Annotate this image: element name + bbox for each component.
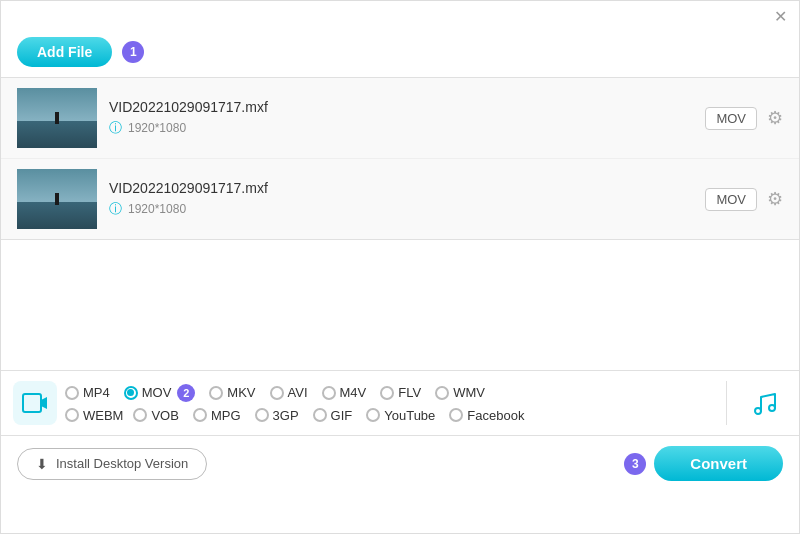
download-icon: ⬇ [36,456,48,472]
format-badge[interactable]: MOV [705,188,757,211]
settings-icon[interactable]: ⚙ [767,107,783,129]
file-actions: MOV ⚙ [705,188,783,211]
svg-point-2 [755,408,761,414]
thumbnail [17,169,97,229]
format-label-webm: WEBM [83,408,123,423]
step-badge-3: 3 [624,453,646,475]
format-option-mkv[interactable]: MKV [209,385,255,400]
format-label-3gp: 3GP [273,408,299,423]
format-option-vob[interactable]: VOB [133,408,178,423]
format-label-mov: MOV [142,385,172,400]
bottom-panel: MP4 MOV 2 MKV AVI [1,370,799,491]
install-label: Install Desktop Version [56,456,188,471]
file-resolution: 1920*1080 [128,202,186,216]
format-label-gif: GIF [331,408,353,423]
file-info: VID20221029091717.mxf ⓘ 1920*1080 [109,180,693,218]
format-label-mpg: MPG [211,408,241,423]
file-actions: MOV ⚙ [705,107,783,130]
toolbar: Add File 1 [1,33,799,77]
svg-rect-0 [23,394,41,412]
svg-point-3 [769,405,775,411]
empty-area [1,240,799,370]
step-badge-1: 1 [122,41,144,63]
format-option-flv[interactable]: FLV [380,385,421,400]
format-option-avi[interactable]: AVI [270,385,308,400]
video-format-icon[interactable] [13,381,57,425]
format-option-gif[interactable]: GIF [313,408,353,423]
file-name: VID20221029091717.mxf [109,99,693,115]
format-label-mp4: MP4 [83,385,110,400]
convert-button[interactable]: Convert [654,446,783,481]
table-row: VID20221029091717.mxf ⓘ 1920*1080 MOV ⚙ [1,159,799,239]
format-label-facebook: Facebook [467,408,524,423]
format-label-youtube: YouTube [384,408,435,423]
thumbnail [17,88,97,148]
file-name: VID20221029091717.mxf [109,180,693,196]
format-option-youtube[interactable]: YouTube [366,408,435,423]
add-file-button[interactable]: Add File [17,37,112,67]
info-icon[interactable]: ⓘ [109,200,122,218]
format-option-facebook[interactable]: Facebook [449,408,524,423]
format-option-3gp[interactable]: 3GP [255,408,299,423]
convert-wrap: 3 Convert [624,446,783,481]
format-label-avi: AVI [288,385,308,400]
format-option-mpg[interactable]: MPG [193,408,241,423]
format-label-vob: VOB [151,408,178,423]
file-resolution: 1920*1080 [128,121,186,135]
title-bar: ✕ [1,1,799,33]
settings-icon[interactable]: ⚙ [767,188,783,210]
info-icon[interactable]: ⓘ [109,119,122,137]
step-badge-2: 2 [177,384,195,402]
format-option-mp4[interactable]: MP4 [65,385,110,400]
format-label-flv: FLV [398,385,421,400]
file-list: VID20221029091717.mxf ⓘ 1920*1080 MOV ⚙ … [1,77,799,240]
format-option-webm[interactable]: WEBM [65,408,123,423]
table-row: VID20221029091717.mxf ⓘ 1920*1080 MOV ⚙ [1,78,799,159]
format-selector: MP4 MOV 2 MKV AVI [1,371,799,436]
footer: ⬇ Install Desktop Version 3 Convert [1,436,799,491]
file-meta: ⓘ 1920*1080 [109,119,693,137]
file-meta: ⓘ 1920*1080 [109,200,693,218]
music-icon[interactable] [743,381,787,425]
format-label-mkv: MKV [227,385,255,400]
format-badge[interactable]: MOV [705,107,757,130]
divider [726,381,727,425]
install-desktop-button[interactable]: ⬇ Install Desktop Version [17,448,207,480]
format-option-m4v[interactable]: M4V [322,385,367,400]
format-label-m4v: M4V [340,385,367,400]
file-info: VID20221029091717.mxf ⓘ 1920*1080 [109,99,693,137]
format-label-wmv: WMV [453,385,485,400]
close-button[interactable]: ✕ [774,9,787,25]
format-option-mov[interactable]: MOV 2 [124,384,196,402]
format-option-wmv[interactable]: WMV [435,385,485,400]
